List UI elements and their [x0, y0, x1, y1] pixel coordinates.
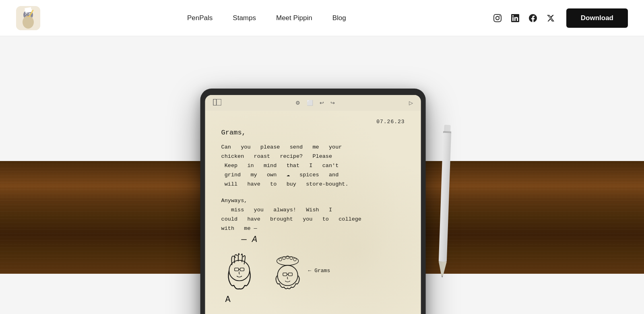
- svg-point-22: [293, 258, 296, 261]
- tablet-toolbar: ⚙ ⬜ ↩ ↪ ▷: [205, 95, 421, 111]
- svg-marker-30: [438, 262, 447, 276]
- svg-point-13: [229, 260, 250, 281]
- letter-paragraph1: Can you please send me yourchicken roast…: [221, 143, 405, 189]
- navbar: PenPals Stamps Meet Pippin Blog: [0, 0, 644, 36]
- sidebar-toggle-icon: [213, 99, 221, 107]
- svg-point-5: [26, 14, 27, 14]
- face-drawing-a: [221, 250, 258, 291]
- svg-rect-15: [240, 268, 244, 271]
- tablet-screen: ⚙ ⬜ ↩ ↪ ▷ 07.26.23 Grams, Can you please…: [205, 95, 421, 314]
- svg-point-23: [277, 265, 297, 285]
- redo-icon: ↪: [330, 100, 335, 106]
- nav-item-blog[interactable]: Blog: [332, 14, 346, 22]
- nav-item-stamps[interactable]: Stamps: [233, 14, 256, 22]
- settings-icon: ⚙: [295, 100, 300, 106]
- tablet: ⚙ ⬜ ↩ ↪ ▷ 07.26.23 Grams, Can you please…: [200, 89, 426, 314]
- linkedin-icon[interactable]: [511, 14, 520, 23]
- letter-paragraph2: Anyways, miss you always! Wish Icould ha…: [221, 196, 405, 233]
- svg-rect-25: [288, 273, 292, 276]
- svg-rect-27: [444, 125, 451, 132]
- document-icon: ⬜: [307, 100, 313, 106]
- letter-content: 07.26.23 Grams, Can you please send me y…: [205, 111, 421, 314]
- svg-rect-24: [283, 273, 287, 276]
- instagram-icon[interactable]: [493, 14, 502, 23]
- main-content: ⚙ ⬜ ↩ ↪ ▷ 07.26.23 Grams, Can you please…: [0, 36, 644, 314]
- drawings-area: ← Grams: [221, 250, 405, 291]
- letter-date: 07.26.23: [221, 119, 405, 125]
- download-button[interactable]: Download: [566, 8, 628, 28]
- svg-point-20: [286, 256, 289, 259]
- grams-label: ← Grams: [308, 268, 330, 274]
- nav-item-penpals[interactable]: PenPals: [187, 14, 213, 22]
- x-icon[interactable]: [546, 14, 555, 23]
- nav-item-meet-pippin[interactable]: Meet Pippin: [276, 14, 312, 22]
- nav-links: PenPals Stamps Meet Pippin Blog: [187, 14, 346, 22]
- send-icon: ▷: [409, 100, 413, 106]
- bottom-signature: A: [225, 295, 405, 305]
- svg-rect-14: [235, 268, 239, 271]
- face-drawing-grams: [270, 254, 306, 291]
- facebook-icon[interactable]: [528, 14, 537, 23]
- svg-point-2: [23, 16, 34, 29]
- undo-icon: ↩: [320, 100, 324, 106]
- letter-salutation: Grams,: [221, 129, 405, 136]
- svg-marker-31: [441, 276, 443, 278]
- social-links: [493, 14, 555, 23]
- toolbar-center-icons: ⚙ ⬜ ↩ ↪: [295, 100, 335, 106]
- svg-point-18: [279, 258, 282, 261]
- svg-rect-12: [213, 99, 221, 105]
- logo-icon: [16, 6, 40, 30]
- svg-rect-11: [213, 99, 217, 105]
- logo[interactable]: [16, 6, 40, 30]
- letter-signature: — A: [242, 235, 405, 245]
- svg-rect-29: [439, 133, 451, 262]
- tablet-wrapper: ⚙ ⬜ ↩ ↪ ▷ 07.26.23 Grams, Can you please…: [200, 89, 426, 314]
